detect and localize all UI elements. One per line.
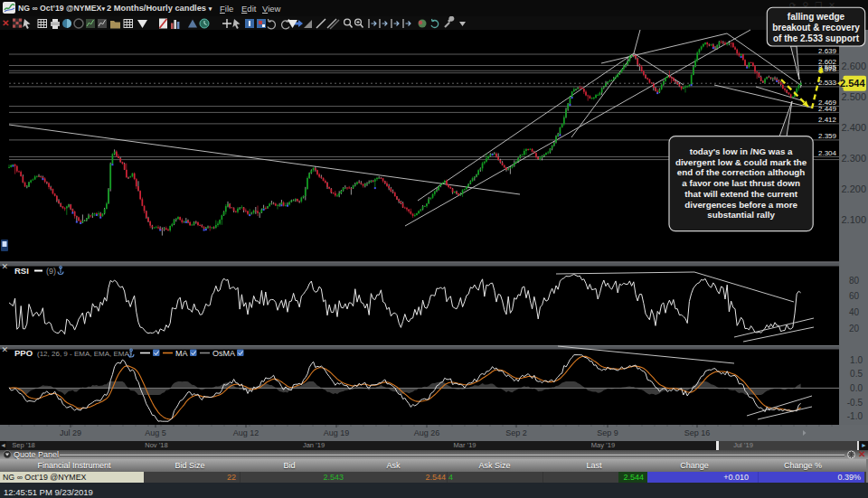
svg-text:divergent low & could mark the: divergent low & could mark the — [675, 157, 807, 167]
svg-text:0.0: 0.0 — [850, 383, 863, 393]
svg-text:-1.0: -1.0 — [847, 411, 863, 421]
svg-text:(9): (9) — [46, 267, 56, 276]
svg-text:80: 80 — [849, 276, 860, 286]
svg-text:60: 60 — [849, 291, 860, 301]
svg-text:substantial rally: substantial rally — [707, 210, 775, 220]
svg-text:falling wedge: falling wedge — [788, 12, 845, 22]
svg-text:✕: ✕ — [2, 345, 9, 354]
svg-text:2.639: 2.639 — [818, 47, 837, 55]
svg-text:(12, 26, 9 - EMA, EMA, EMA): (12, 26, 9 - EMA, EMA, EMA) — [37, 350, 132, 358]
svg-text:PPO: PPO — [14, 348, 33, 358]
svg-text:end of the correction although: end of the correction although — [677, 167, 806, 177]
svg-text:divergences before a more: divergences before a more — [684, 200, 797, 210]
svg-text:today's low in /NG was a: today's low in /NG was a — [690, 146, 793, 156]
svg-text:-0.5: -0.5 — [847, 398, 863, 408]
svg-text:of the 2.533 support: of the 2.533 support — [773, 33, 860, 43]
svg-text:2.449: 2.449 — [818, 105, 837, 113]
svg-text:✕: ✕ — [2, 262, 9, 271]
svg-text:a favor one last thrust down: a favor one last thrust down — [682, 178, 800, 188]
svg-text:1.0: 1.0 — [850, 355, 863, 365]
svg-text:2.500: 2.500 — [841, 91, 866, 102]
svg-text:0.5: 0.5 — [850, 369, 863, 379]
svg-text:OsMA: OsMA — [212, 349, 235, 358]
svg-text:that will extend the current: that will extend the current — [684, 189, 797, 199]
svg-text:2.412: 2.412 — [818, 116, 837, 124]
svg-text:20: 20 — [849, 324, 860, 334]
svg-text:2.533: 2.533 — [818, 79, 837, 87]
svg-text:breakout & recovery: breakout & recovery — [772, 23, 860, 33]
svg-text:2.400: 2.400 — [841, 122, 866, 133]
svg-text:2.200: 2.200 — [841, 183, 866, 194]
svg-text:MA: MA — [175, 349, 188, 358]
svg-text:2.600: 2.600 — [841, 61, 866, 71]
svg-text:40: 40 — [849, 307, 860, 317]
svg-text:2.304: 2.304 — [818, 149, 837, 157]
svg-text:RSI: RSI — [14, 266, 29, 276]
svg-text:2.100: 2.100 — [841, 214, 866, 225]
svg-text:2.544: 2.544 — [840, 78, 865, 89]
svg-text:2.359: 2.359 — [818, 132, 837, 140]
svg-text:2.300: 2.300 — [841, 153, 866, 164]
